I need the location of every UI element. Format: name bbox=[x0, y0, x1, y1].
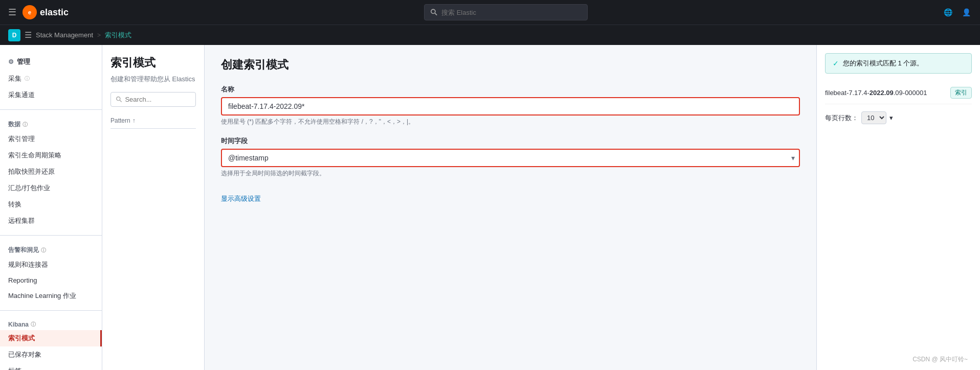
hamburger-menu[interactable]: ☰ bbox=[8, 7, 16, 18]
sidebar-item-ml[interactable]: Machine Learning 作业 bbox=[0, 288, 102, 304]
sidebar-divider-2 bbox=[0, 235, 102, 236]
index-patterns-title: 索引模式 bbox=[110, 55, 196, 71]
name-form-group: 名称 使用星号 (*) 匹配多个字符，不允许使用空格和字符 /，?，"，<，>，… bbox=[221, 85, 800, 126]
sidebar-item-snapshot[interactable]: 拍取快照并还原 bbox=[0, 164, 102, 180]
global-search-input[interactable] bbox=[441, 9, 581, 16]
match-text: 您的索引模式匹配 1 个源。 bbox=[843, 59, 923, 68]
breadcrumb-bar: D ☰ Stack Management > 索引模式 bbox=[0, 25, 980, 45]
sidebar-toggle[interactable]: ☰ bbox=[25, 30, 32, 40]
top-navigation: ☰ e elastic 🌐 👤 bbox=[0, 0, 980, 25]
show-advanced-link[interactable]: 显示高级设置 bbox=[221, 194, 261, 203]
pagination-row: 每页行数： 10 25 50 ▾ bbox=[825, 111, 972, 124]
index-patterns-subtitle: 创建和管理帮助您从 Elastics bbox=[110, 75, 196, 84]
name-hint: 使用星号 (*) 匹配多个字符，不允许使用空格和字符 /，?，"，<，>，|。 bbox=[221, 118, 800, 126]
timestamp-select-wrap[interactable]: @timestamp ▾ bbox=[221, 149, 800, 167]
sidebar-index-patterns-label: 索引模式 bbox=[8, 334, 35, 343]
pattern-col-label: Pattern bbox=[110, 117, 130, 124]
user-badge: D bbox=[8, 29, 20, 41]
global-search-bar[interactable] bbox=[424, 4, 588, 20]
sidebar-collect-label: 采集 bbox=[8, 74, 21, 83]
middle-panel: 索引模式 创建和管理帮助您从 Elastics Pattern ↑ bbox=[102, 45, 205, 370]
sidebar-saved-objects-label: 已保存对象 bbox=[8, 350, 41, 359]
sidebar-item-rules[interactable]: 规则和连接器 bbox=[0, 257, 102, 273]
sidebar-item-tags[interactable]: 标签 bbox=[0, 363, 102, 370]
sidebar-kibana-label: Kibana bbox=[8, 321, 29, 328]
sidebar-kibana-section: Kibana ⓘ bbox=[0, 317, 102, 330]
info-icon-kibana: ⓘ bbox=[31, 321, 36, 328]
sidebar-data-label: 数据 bbox=[8, 120, 20, 129]
index-name-bold: 2022.09 bbox=[870, 89, 894, 97]
left-sidebar: ⚙ 管理 采集 ⓘ 采集通道 数据 ⓘ 索引管理 索引生命周期策略 拍取快照并还… bbox=[0, 45, 102, 370]
sidebar-data-section: 数据 ⓘ bbox=[0, 116, 102, 131]
create-form-title: 创建索引模式 bbox=[221, 57, 800, 73]
info-icon: ⓘ bbox=[25, 75, 30, 82]
sidebar-item-collect-sub[interactable]: 采集通道 bbox=[0, 87, 102, 103]
info-icon-alert: ⓘ bbox=[41, 247, 46, 254]
sidebar-manage-label: 管理 bbox=[17, 57, 30, 66]
svg-point-4 bbox=[117, 97, 120, 101]
info-icon-data: ⓘ bbox=[23, 121, 28, 128]
name-input[interactable] bbox=[221, 97, 800, 115]
elastic-logo: e elastic bbox=[23, 5, 69, 19]
sidebar-item-saved-objects[interactable]: 已保存对象 bbox=[0, 346, 102, 363]
sidebar-alert-label: 告警和洞见 bbox=[8, 246, 39, 255]
sidebar-manage-section: ⚙ 管理 bbox=[0, 53, 102, 71]
sidebar-item-collect[interactable]: 采集 ⓘ bbox=[0, 71, 102, 87]
index-name: filebeat-7.17.4-2022.09.09-000001 bbox=[825, 89, 927, 97]
user-icon[interactable]: 👤 bbox=[962, 7, 972, 17]
sidebar-item-index-lifecycle[interactable]: 索引生命周期策略 bbox=[0, 147, 102, 164]
sidebar-item-remote[interactable]: 远程集群 bbox=[0, 213, 102, 229]
sidebar-index-manage-label: 索引管理 bbox=[8, 134, 35, 144]
sidebar-tags-label: 标签 bbox=[8, 366, 21, 370]
check-icon: ✓ bbox=[833, 59, 839, 67]
time-hint: 选择用于全局时间筛选的时间截字段。 bbox=[221, 169, 800, 178]
sidebar-item-index-patterns[interactable]: 索引模式 bbox=[0, 330, 102, 346]
sidebar-snapshot-label: 拍取快照并还原 bbox=[8, 167, 55, 176]
chevron-down-icon-pag: ▾ bbox=[889, 114, 893, 122]
main-content-area: 创建索引模式 名称 使用星号 (*) 匹配多个字符，不允许使用空格和字符 /，?… bbox=[205, 45, 816, 370]
time-form-group: 时间字段 @timestamp ▾ 选择用于全局时间筛选的时间截字段。 bbox=[221, 136, 800, 178]
pagination-label: 每页行数： bbox=[825, 113, 858, 123]
name-label: 名称 bbox=[221, 85, 800, 94]
sidebar-reporting-label: Reporting bbox=[8, 276, 37, 284]
pagination-select[interactable]: 10 25 50 bbox=[861, 111, 886, 124]
sidebar-item-reporting[interactable]: Reporting bbox=[0, 273, 102, 288]
sidebar-index-lifecycle-label: 索引生命周期策略 bbox=[8, 151, 61, 160]
pattern-table-header: Pattern ↑ bbox=[110, 113, 196, 129]
breadcrumb-current: 索引模式 bbox=[105, 31, 131, 40]
svg-text:e: e bbox=[28, 9, 31, 15]
elastic-logo-text: elastic bbox=[40, 7, 69, 18]
time-label: 时间字段 bbox=[221, 136, 800, 146]
index-item: filebeat-7.17.4-2022.09.09-000001 索引 bbox=[825, 82, 972, 104]
sidebar-alert-section: 告警和洞见 ⓘ bbox=[0, 242, 102, 257]
sidebar-rollup-label: 汇总/打包作业 bbox=[8, 183, 50, 193]
index-tag-button[interactable]: 索引 bbox=[950, 87, 972, 99]
sidebar-transform-label: 转换 bbox=[8, 200, 21, 209]
pattern-search-wrap[interactable] bbox=[110, 92, 196, 107]
elastic-logo-icon: e bbox=[23, 5, 37, 19]
right-panel: ✓ 您的索引模式匹配 1 个源。 filebeat-7.17.4-2022.09… bbox=[816, 45, 980, 370]
breadcrumb-stack-management[interactable]: Stack Management bbox=[36, 31, 93, 39]
watermark: CSDN @ 风中叮铃~ bbox=[912, 355, 968, 364]
svg-line-5 bbox=[120, 100, 122, 102]
svg-point-2 bbox=[431, 9, 435, 13]
sidebar-divider-1 bbox=[0, 109, 102, 110]
svg-line-3 bbox=[435, 13, 437, 15]
sort-icon[interactable]: ↑ bbox=[132, 117, 136, 124]
gear-icon: ⚙ bbox=[8, 58, 14, 65]
match-banner: ✓ 您的索引模式匹配 1 个源。 bbox=[825, 53, 972, 74]
sidebar-item-rollup[interactable]: 汇总/打包作业 bbox=[0, 180, 102, 196]
timestamp-select[interactable]: @timestamp bbox=[221, 149, 800, 167]
sidebar-ml-label: Machine Learning 作业 bbox=[8, 291, 76, 300]
sidebar-item-index-manage[interactable]: 索引管理 bbox=[0, 131, 102, 147]
sidebar-item-transform[interactable]: 转换 bbox=[0, 196, 102, 213]
sidebar-rules-label: 规则和连接器 bbox=[8, 260, 48, 269]
sidebar-collect-sub-label: 采集通道 bbox=[8, 90, 35, 100]
sidebar-divider-3 bbox=[0, 310, 102, 311]
breadcrumb-separator: > bbox=[97, 32, 101, 39]
pattern-search-input[interactable] bbox=[125, 96, 190, 103]
sidebar-remote-label: 远程集群 bbox=[8, 216, 35, 225]
globe-icon[interactable]: 🌐 bbox=[943, 7, 953, 17]
